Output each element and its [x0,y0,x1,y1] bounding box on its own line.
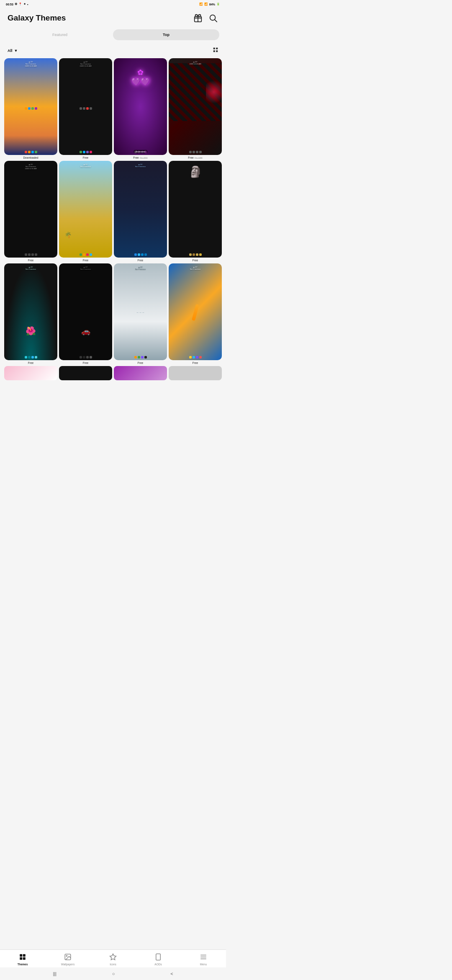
theme-thumbnail-8: 🗿 [169,161,222,258]
svg-rect-7 [213,50,215,52]
theme-thumbnail-9: ☁ 23°San Francisco 🌺 [4,263,57,360]
theme-label-12: Free [193,361,198,364]
theme-thumbnail-2: ☁ 23°San Francisco24/09 12:45 AM [59,58,112,155]
theme-card-12[interactable]: ☁ 23°San Francisco Free [169,263,222,364]
theme-label-4: FreeRs.188 [188,156,202,159]
wifi-icon: 📶 [199,3,203,6]
header: Galaxy Themes [0,8,226,28]
hearts-decoration: ✿💜💜 [131,68,150,86]
filter-bar: All ▼ [0,44,226,57]
theme-thumbnail-11: ☁ 23°San Francisco ~ ~ ~ [114,263,167,360]
tab-featured[interactable]: Featured [7,29,113,40]
theme-card-8[interactable]: 🗿 Free [169,161,222,262]
dropdown-label: All [8,49,13,53]
theme-label-5: Free [28,259,33,262]
svg-rect-6 [216,48,218,49]
category-dropdown[interactable]: All ▼ [8,49,18,53]
theme-card-1[interactable]: ☁ 23°San Francisco24/09 12:45 AM Downloa… [4,58,57,159]
svg-rect-5 [213,48,215,49]
partial-card-1[interactable] [4,366,57,380]
theme-thumbnail-6: ☁ 23°San Francisco 🌴 [59,161,112,258]
theme-card-6[interactable]: ☁ 23°San Francisco 🌴 Free [59,161,112,262]
animated-badge-3: Animated [134,150,147,153]
theme-label-8: Free [193,259,198,262]
status-left: 00:53 ⚙ 📍 ✦ • [6,3,28,6]
status-bar: 00:53 ⚙ 📍 ✦ • 📶 📶 84% 🔋 [0,0,226,8]
theme-label-11: Free [138,361,143,364]
theme-card-11[interactable]: ☁ 23°San Francisco ~ ~ ~ Free [114,263,167,364]
partial-themes-row [0,366,226,380]
magic-icon: ✦ [23,3,26,6]
themes-grid: ☁ 23°San Francisco24/09 12:45 AM Downloa… [0,57,226,366]
search-button[interactable] [208,13,218,23]
chevron-down-icon: ▼ [14,49,18,53]
theme-label-10: Free [83,361,88,364]
signal-icon: 📶 [204,3,208,6]
theme-card-5[interactable]: ☁ 23°San Francisco24/09 12:45 AM Free [4,161,57,262]
tab-top[interactable]: Top [113,29,219,40]
location-icon: 📍 [18,3,22,6]
theme-card-10[interactable]: ☁ 23°San Francisco 🚗 Free [59,263,112,364]
theme-thumbnail-10: ☁ 23°San Francisco 🚗 [59,263,112,360]
time: 00:53 [6,3,13,6]
svg-rect-8 [216,50,218,52]
partial-card-3[interactable] [114,366,167,380]
partial-card-4[interactable] [169,366,222,380]
theme-thumbnail-7: ☁ 23°San Francisco [114,161,167,258]
battery-text: 84% [209,3,215,6]
theme-thumbnail-4: ☁ 23°24/09 12:45 AM [169,58,222,155]
gift-button[interactable] [193,13,203,23]
theme-card-2[interactable]: ☁ 23°San Francisco24/09 12:45 AM Free [59,58,112,159]
theme-label-3: FreeRs.200 [133,156,147,159]
dot-icon: • [27,3,28,6]
theme-card-4[interactable]: ☁ 23°24/09 12:45 AM FreeRs.188 [169,58,222,159]
theme-thumbnail-5: ☁ 23°San Francisco24/09 12:45 AM [4,161,57,258]
theme-card-7[interactable]: ☁ 23°San Francisco Free [114,161,167,262]
theme-label-9: Free [28,361,33,364]
grid-view-button[interactable] [213,47,218,54]
theme-label-2: Free [83,156,88,159]
header-icons [193,13,218,23]
theme-label-7: Free [138,259,143,262]
page-title: Galaxy Themes [8,13,66,23]
status-right: 📶 📶 84% 🔋 [199,3,220,6]
theme-card-9[interactable]: ☁ 23°San Francisco 🌺 Free [4,263,57,364]
theme-thumbnail-3: ✿💜💜 Animated [114,58,167,155]
theme-label-6: Free [83,259,88,262]
theme-thumbnail-12: ☁ 23°San Francisco [169,263,222,360]
svg-line-4 [215,20,217,22]
tab-bar: Featured Top [0,28,226,44]
theme-thumbnail-1: ☁ 23°San Francisco24/09 12:45 AM [4,58,57,155]
settings-icon: ⚙ [15,3,17,6]
partial-card-2[interactable] [59,366,112,380]
theme-label-1: Downloaded [23,156,38,159]
theme-card-3[interactable]: ✿💜💜 Animated FreeRs.200 [114,58,167,159]
battery-icon: 🔋 [216,3,220,6]
